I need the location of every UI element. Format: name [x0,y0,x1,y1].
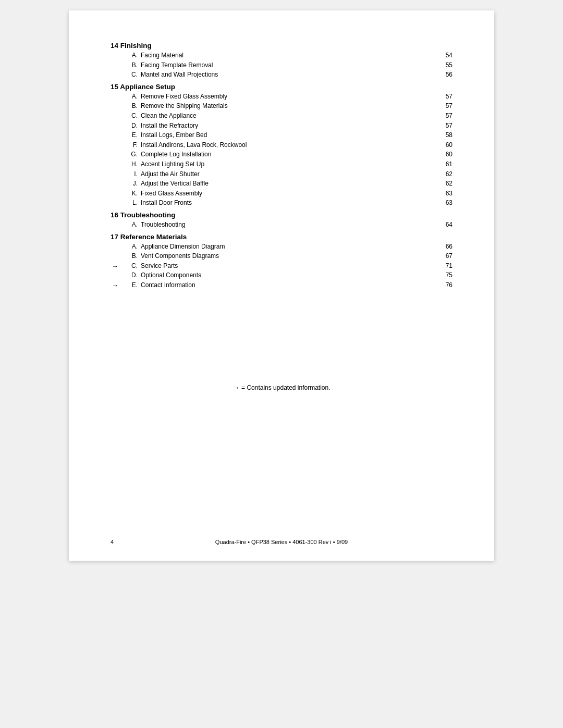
item-letter: B. [126,251,138,261]
item-page: 66 [437,242,452,252]
item-label: Install Door Fronts [140,198,437,208]
item-page: 54 [437,51,452,60]
item-page: 63 [437,189,452,199]
item-letter: K. [126,189,138,199]
toc-item: D.Optional Components75 [126,270,452,280]
item-letter: B. [126,101,138,111]
item-page: 64 [437,220,452,230]
toc-item: A.Appliance Dimension Diagram66 [126,242,452,252]
footnote-area: → = Contains updated information. [111,384,452,391]
item-label: Install the Refractory [140,121,437,131]
item-page: 76 [437,280,452,290]
item-letter: B. [126,60,138,70]
item-label: Facing Material [140,51,437,60]
section-15-items: A.Remove Fixed Glass Assembly57B.Remove … [111,92,452,208]
toc-item: C.Mantel and Wall Projections56 [126,70,452,80]
item-letter: A. [126,92,138,102]
toc-item: K.Fixed Glass Assembly63 [126,189,452,199]
item-letter: A. [126,220,138,230]
item-label: Install Logs, Ember Bed [140,130,437,140]
section-16: 16 TroubleshootingA.Troubleshooting64 [111,211,452,230]
item-letter: A. [126,242,138,252]
toc-item: A.Remove Fixed Glass Assembly57 [126,92,452,102]
item-label: Remove the Shipping Materials [140,101,437,111]
item-label: Clean the Appliance [140,111,437,121]
toc-item: E.Install Logs, Ember Bed58 [126,130,452,140]
footnote-arrow: → [232,384,241,391]
item-label: Mantel and Wall Projections [140,70,437,80]
section-14-items: A.Facing Material54B.Facing Template Rem… [111,51,452,80]
item-letter: C. [126,70,138,80]
item-label: Adjust the Air Shutter [140,169,437,179]
item-page: 57 [437,92,452,102]
item-letter: F. [126,140,138,150]
toc-item: I.Adjust the Air Shutter62 [126,169,452,179]
item-page: 58 [437,130,452,140]
item-page: 60 [437,150,452,159]
item-page: 75 [437,270,452,280]
item-label: Fixed Glass Assembly [140,189,437,199]
toc-item: C.Clean the Appliance57 [126,111,452,121]
item-letter: D. [126,270,138,280]
item-letter: C. [126,111,138,121]
item-page: 55 [437,60,452,70]
item-label: Accent Lighting Set Up [140,159,437,169]
section-16-items: A.Troubleshooting64 [111,220,452,230]
toc-item: L.Install Door Fronts63 [126,198,452,208]
item-label: Service Parts [140,261,437,271]
item-letter: C. [126,261,138,271]
item-letter: J. [126,179,138,189]
item-page: 60 [437,140,452,150]
item-label: Contact Information [140,280,437,290]
footer-text: Quadra-Fire • QFP38 Series • 4061-300 Re… [69,539,494,545]
section-17-heading: 17 Reference Materials [111,233,452,241]
toc-item: A.Troubleshooting64 [126,220,452,230]
item-label: Facing Template Removal [140,60,437,70]
item-page: 67 [437,251,452,261]
item-letter: L. [126,198,138,208]
section-17-items: A.Appliance Dimension Diagram66B.Vent Co… [111,242,452,290]
item-page: 62 [437,169,452,179]
item-letter: E. [126,280,138,290]
item-letter: A. [126,51,138,60]
item-letter: D. [126,121,138,131]
toc-container: 14 FinishingA.Facing Material54B.Facing … [111,42,452,290]
toc-item: →E.Contact Information76 [126,280,452,290]
section-15-heading: 15 Appliance Setup [111,83,452,91]
item-label: Optional Components [140,270,437,280]
item-letter: G. [126,150,138,159]
page: 14 FinishingA.Facing Material54B.Facing … [69,10,494,561]
toc-item: B.Facing Template Removal55 [126,60,452,70]
toc-item: J.Adjust the Vertical Baffle62 [126,179,452,189]
section-16-heading: 16 Troubleshooting [111,211,452,219]
section-14-heading: 14 Finishing [111,42,452,50]
item-page: 56 [437,70,452,80]
toc-item: H.Accent Lighting Set Up61 [126,159,452,169]
item-label: Complete Log Installation [140,150,437,159]
item-letter: I. [126,169,138,179]
toc-item: D.Install the Refractory57 [126,121,452,131]
item-page: 62 [437,179,452,189]
toc-item: B.Vent Components Diagrams67 [126,251,452,261]
item-label: Appliance Dimension Diagram [140,242,437,252]
item-label: Troubleshooting [140,220,437,230]
item-label: Adjust the Vertical Baffle [140,179,437,189]
toc-item: →C.Service Parts71 [126,261,452,271]
arrow-icon: → [112,280,122,291]
toc-item: A.Facing Material54 [126,51,452,60]
item-label: Install Andirons, Lava Rock, Rockwool [140,140,437,150]
item-page: 57 [437,121,452,131]
item-page: 71 [437,261,452,271]
footnote-text: = Contains updated information. [241,384,330,391]
section-15: 15 Appliance SetupA.Remove Fixed Glass A… [111,83,452,208]
section-17: 17 Reference MaterialsA.Appliance Dimens… [111,233,452,290]
toc-item: F.Install Andirons, Lava Rock, Rockwool6… [126,140,452,150]
toc-item: G.Complete Log Installation60 [126,150,452,159]
arrow-icon: → [112,261,122,272]
item-page: 57 [437,111,452,121]
section-14: 14 FinishingA.Facing Material54B.Facing … [111,42,452,80]
item-page: 63 [437,198,452,208]
toc-item: B.Remove the Shipping Materials57 [126,101,452,111]
item-letter: H. [126,159,138,169]
item-label: Remove Fixed Glass Assembly [140,92,437,102]
